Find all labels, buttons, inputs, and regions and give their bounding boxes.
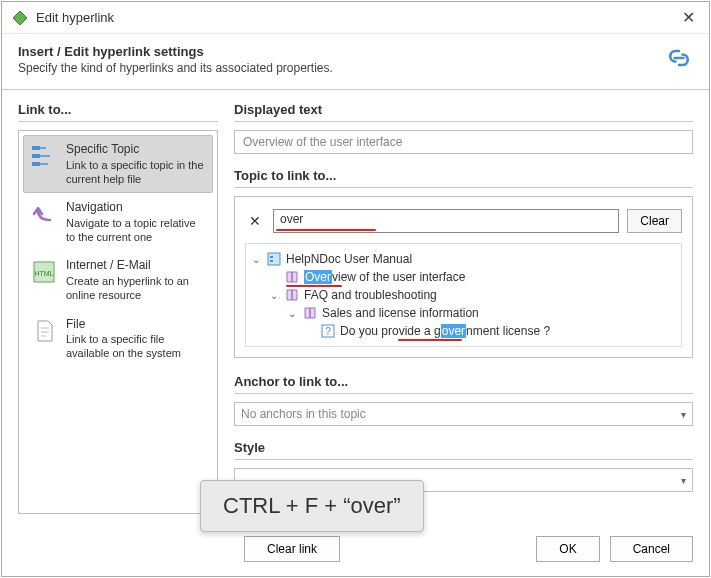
tree-node-label: FAQ and troubleshooting	[304, 288, 437, 302]
hyperlink-icon	[665, 44, 693, 72]
chevron-down-icon[interactable]: ⌄	[268, 290, 280, 301]
book-icon	[284, 287, 300, 303]
book-icon	[302, 305, 318, 321]
tree-node-faq[interactable]: ⌄ FAQ and troubleshooting	[250, 286, 677, 304]
linkto-item-desc: Link to a specific topic in the current …	[66, 158, 206, 187]
search-clear-icon[interactable]: ✕	[245, 213, 265, 229]
manual-icon	[266, 251, 282, 267]
svg-rect-0	[32, 146, 40, 150]
svg-rect-2	[32, 162, 40, 166]
displayed-text-label: Displayed text	[234, 102, 693, 117]
chevron-down-icon: ▾	[681, 475, 686, 486]
tree-node-label: Overview of the user interface	[304, 270, 465, 284]
header-subtitle: Specify the kind of hyperlinks and its a…	[18, 61, 665, 75]
linkto-item-title: Navigation	[66, 200, 206, 216]
style-label: Style	[234, 440, 693, 455]
tree-node-sales[interactable]: ⌄ Sales and license information	[250, 304, 677, 322]
svg-text:?: ?	[325, 326, 331, 337]
topic-search-input[interactable]: over	[273, 209, 619, 233]
svg-rect-1	[32, 154, 40, 158]
search-value: over	[280, 212, 303, 226]
navigation-arrow-icon	[30, 200, 58, 228]
tree-root[interactable]: ⌄ HelpNDoc User Manual	[250, 250, 677, 268]
linkto-navigation[interactable]: Navigation Navigate to a topic relative …	[23, 193, 213, 251]
tree-node-label: Sales and license information	[322, 306, 479, 320]
dialog-title: Edit hyperlink	[36, 10, 678, 25]
svg-rect-5	[268, 253, 280, 265]
linkto-item-desc: Create an hyperlink to an online resourc…	[66, 274, 206, 303]
linkto-specific-topic[interactable]: Specific Topic Link to a specific topic …	[23, 135, 213, 193]
close-icon[interactable]: ✕	[678, 8, 699, 27]
topic-label: Topic to link to...	[234, 168, 693, 183]
book-icon	[284, 269, 300, 285]
footer: Clear link OK Cancel	[2, 528, 709, 576]
ok-button[interactable]: OK	[536, 536, 599, 562]
linkto-item-desc: Link to a specific file available on the…	[66, 332, 206, 361]
linkto-item-title: Internet / E-Mail	[66, 258, 206, 274]
app-icon	[12, 10, 28, 26]
chevron-down-icon[interactable]: ⌄	[250, 254, 262, 265]
linkto-label: Link to...	[18, 102, 218, 117]
svg-rect-7	[270, 260, 273, 262]
svg-rect-6	[270, 256, 273, 258]
linkto-item-desc: Navigate to a topic relative to the curr…	[66, 216, 206, 245]
topic-box: ✕ over Clear ⌄ HelpNDo	[234, 196, 693, 358]
html-icon: HTML	[30, 258, 58, 286]
linkto-internet[interactable]: HTML Internet / E-Mail Create an hyperli…	[23, 251, 213, 309]
topic-tree-icon	[30, 142, 58, 170]
question-icon: ?	[320, 323, 336, 339]
tree-node-government[interactable]: ? Do you provide a government license ?	[250, 322, 677, 340]
tree-node-overview[interactable]: Overview of the user interface	[250, 268, 677, 286]
anchor-label: Anchor to link to...	[234, 374, 693, 389]
chevron-down-icon[interactable]: ⌄	[286, 308, 298, 319]
linkto-file[interactable]: File Link to a specific file available o…	[23, 310, 213, 368]
shortcut-tooltip: CTRL + F + “over”	[200, 480, 424, 532]
clear-search-button[interactable]: Clear	[627, 209, 682, 233]
file-icon	[30, 317, 58, 345]
header-title: Insert / Edit hyperlink settings	[18, 44, 665, 59]
displayed-text-field[interactable]: Overview of the user interface	[234, 130, 693, 154]
clear-link-button[interactable]: Clear link	[244, 536, 340, 562]
header: Insert / Edit hyperlink settings Specify…	[2, 34, 709, 90]
titlebar: Edit hyperlink ✕	[2, 2, 709, 34]
svg-text:HTML: HTML	[34, 270, 53, 277]
linkto-item-title: File	[66, 317, 206, 333]
linkto-item-title: Specific Topic	[66, 142, 206, 158]
chevron-down-icon: ▾	[681, 409, 686, 420]
tree-node-label: Do you provide a government license ?	[340, 324, 550, 338]
anchor-value: No anchors in this topic	[241, 407, 366, 421]
anchor-select[interactable]: No anchors in this topic ▾	[234, 402, 693, 426]
topic-tree[interactable]: ⌄ HelpNDoc User Manual Overview of th	[245, 243, 682, 347]
linkto-list: Specific Topic Link to a specific topic …	[18, 130, 218, 514]
displayed-text-value: Overview of the user interface	[243, 135, 402, 149]
cancel-button[interactable]: Cancel	[610, 536, 693, 562]
tree-node-label: HelpNDoc User Manual	[286, 252, 412, 266]
